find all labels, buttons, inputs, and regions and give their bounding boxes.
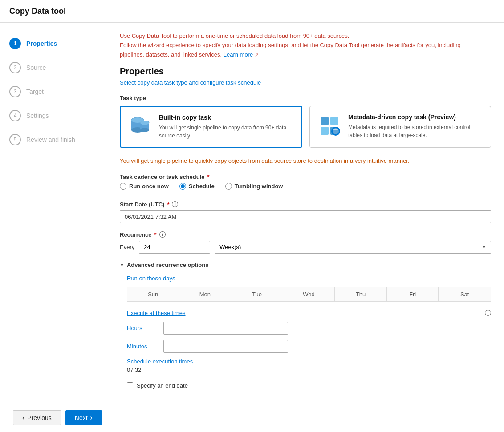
sidebar-item-settings[interactable]: 4 Settings: [0, 104, 107, 128]
svg-rect-10: [321, 127, 329, 135]
content-area: Use Copy Data Tool to perform a one-time…: [107, 23, 504, 404]
info-text-2: Follow the wizard experience to specify …: [120, 42, 461, 48]
recurrence-unit-wrapper: Minute(s) Hour(s) Day(s) Week(s) Month(s…: [215, 241, 491, 254]
advanced-content: Run on these days Sun Mon Tue Wed Thu Fr…: [127, 275, 491, 389]
info-text-1: Use Copy Data Tool to perform a one-time…: [120, 32, 349, 39]
previous-label: Previous: [27, 414, 51, 421]
radio-run-once-input[interactable]: [120, 183, 126, 190]
radio-run-once-label: Run once now: [129, 183, 169, 190]
day-sat: Sat: [439, 287, 491, 301]
execute-times-info-icon[interactable]: i: [485, 310, 491, 316]
radio-schedule-label: Schedule: [189, 183, 215, 190]
start-date-input[interactable]: [120, 210, 491, 223]
day-tue: Tue: [231, 287, 283, 301]
advanced-label: Advanced recurrence options: [127, 262, 209, 268]
radio-tumbling[interactable]: Tumbling window: [225, 183, 283, 190]
start-date-info-icon[interactable]: i: [172, 201, 178, 207]
sidebar: 1 Properties 2 Source 3 Target 4 Setting…: [0, 23, 107, 404]
metadata-card-desc: Metadata is required to be stored in ext…: [348, 123, 484, 139]
task-cadence-label: Task cadence or task schedule *: [120, 174, 491, 180]
task-card-builtin[interactable]: Built-in copy task You will get single p…: [120, 106, 302, 148]
radio-tumbling-input[interactable]: [225, 183, 232, 190]
footer: Previous Next: [0, 404, 504, 432]
pipeline-note: You will get single pipeline to quickly …: [120, 157, 491, 166]
day-thu: Thu: [335, 287, 387, 301]
end-date-checkbox[interactable]: [127, 382, 133, 388]
hours-row: Hours: [127, 322, 491, 335]
run-days-link[interactable]: Run on these days: [127, 275, 175, 282]
recurrence-unit-select[interactable]: Minute(s) Hour(s) Day(s) Week(s) Month(s…: [215, 241, 491, 254]
sidebar-item-source[interactable]: 2 Source: [0, 56, 107, 80]
builtin-icon: [128, 114, 153, 139]
task-type-label: Task type: [120, 95, 491, 101]
day-wed: Wed: [283, 287, 335, 301]
sidebar-label-target: Target: [26, 88, 44, 95]
section-subtitle: Select copy data task type and configure…: [120, 79, 491, 86]
builtin-card-title: Built-in copy task: [159, 114, 294, 121]
recurrence-label: Recurrence * i: [120, 231, 491, 238]
recurrence-value-input[interactable]: [139, 241, 210, 254]
day-sun: Sun: [127, 287, 179, 301]
svg-point-6: [140, 128, 149, 132]
sidebar-item-properties[interactable]: 1 Properties: [0, 32, 107, 56]
execute-times-header: Execute at these times i: [127, 310, 491, 316]
minutes-input[interactable]: [163, 340, 288, 353]
step-circle-5: 5: [9, 134, 21, 145]
radio-schedule-input[interactable]: [179, 183, 186, 190]
learn-more-link[interactable]: Learn more: [224, 51, 253, 58]
end-date-row: Specify an end date: [127, 382, 491, 389]
svg-point-7: [140, 121, 149, 125]
sidebar-item-review[interactable]: 5 Review and finish: [0, 128, 107, 152]
recurrence-row-outer: Recurrence * i Every Minute(s) Hour(s) D…: [120, 231, 491, 254]
radio-schedule[interactable]: Schedule: [179, 183, 215, 190]
radio-group-cadence: Run once now Schedule Tumbling window: [120, 183, 491, 192]
info-text-3: pipelines, datasets, and linked services…: [120, 51, 224, 58]
main-layout: 1 Properties 2 Source 3 Target 4 Setting…: [0, 23, 504, 404]
title-bar: Copy Data tool: [0, 0, 504, 23]
recurrence-row: Every Minute(s) Hour(s) Day(s) Week(s) M…: [120, 241, 491, 254]
end-date-label: Specify an end date: [137, 382, 188, 389]
step-circle-4: 4: [9, 110, 21, 121]
hours-input[interactable]: [163, 322, 288, 335]
metadata-icon: [317, 113, 342, 138]
minutes-row: Minutes: [127, 340, 491, 353]
start-date-row: Start Date (UTC) * i: [120, 201, 491, 223]
step-circle-2: 2: [9, 62, 21, 73]
builtin-card-desc: You will get single pipeline to copy dat…: [159, 124, 294, 140]
sidebar-label-settings: Settings: [26, 112, 49, 119]
svg-rect-8: [321, 117, 329, 125]
metadata-card-title: Metadata-driven copy task (Preview): [348, 113, 484, 121]
day-mon: Mon: [179, 287, 232, 301]
info-banner: Use Copy Data Tool to perform a one-time…: [120, 32, 491, 59]
days-grid: Sun Mon Tue Wed Thu Fri Sat: [127, 287, 491, 302]
sidebar-label-review: Review and finish: [26, 136, 75, 143]
previous-button[interactable]: Previous: [13, 410, 61, 425]
sidebar-label-source: Source: [26, 64, 46, 71]
hours-label: Hours: [127, 325, 158, 331]
svg-point-14: [333, 129, 338, 130]
collapse-icon: ▼: [120, 262, 124, 267]
radio-run-once[interactable]: Run once now: [120, 183, 169, 190]
sidebar-item-target[interactable]: 3 Target: [0, 80, 107, 104]
advanced-section: ▼ Advanced recurrence options Run on the…: [120, 262, 491, 389]
builtin-card-text: Built-in copy task You will get single p…: [159, 114, 294, 140]
step-circle-1: 1: [9, 38, 21, 49]
task-cadence-row: Task cadence or task schedule * Run once…: [120, 174, 491, 192]
next-button[interactable]: Next: [65, 410, 102, 425]
minutes-label: Minutes: [127, 343, 158, 350]
section-title: Properties: [120, 66, 491, 77]
execute-times-link[interactable]: Execute at these times: [127, 310, 186, 316]
every-label: Every: [120, 244, 134, 250]
advanced-toggle[interactable]: ▼ Advanced recurrence options: [120, 262, 491, 268]
recurrence-info-icon[interactable]: i: [159, 231, 166, 238]
app-title: Copy Data tool: [9, 7, 495, 16]
external-link-icon: ↗: [255, 52, 259, 57]
day-fri: Fri: [387, 287, 439, 301]
chevron-right-icon: [90, 414, 93, 422]
chevron-left-icon: [22, 414, 24, 422]
sidebar-label-properties: Properties: [26, 40, 57, 47]
task-card-metadata[interactable]: Metadata-driven copy task (Preview) Meta…: [309, 106, 491, 148]
step-circle-3: 3: [9, 86, 21, 97]
schedule-exec-link[interactable]: Schedule execution times: [127, 358, 491, 365]
start-date-label: Start Date (UTC) * i: [120, 201, 491, 208]
